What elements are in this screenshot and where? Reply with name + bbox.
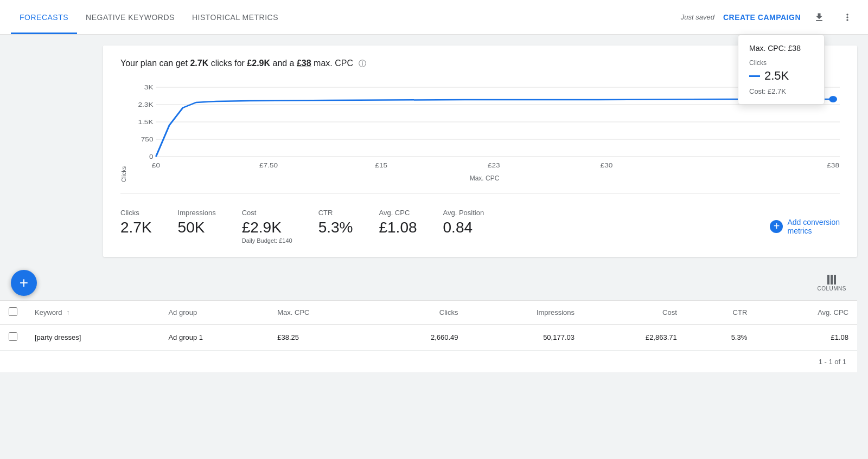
just-saved-label: Just saved: [681, 13, 714, 21]
download-icon[interactable]: [809, 8, 829, 27]
col-header-max-cpc[interactable]: Max. CPC: [269, 301, 373, 325]
col-header-checkbox: [0, 301, 26, 325]
metric-avg-cpc: Avg. CPC £1.08: [379, 209, 417, 236]
row-avg-cpc: £1.08: [756, 325, 857, 351]
add-icon: +: [20, 274, 28, 292]
metric-impressions-value: 50K: [178, 219, 216, 236]
chart-title-mid: clicks for: [208, 59, 247, 68]
col-header-clicks[interactable]: Clicks: [373, 301, 467, 325]
help-icon[interactable]: ⓘ: [359, 59, 366, 68]
row-keyword: [party dresses]: [26, 325, 159, 351]
chart-title-prefix: Your plan can get: [120, 59, 190, 68]
svg-text:£38: £38: [827, 162, 839, 169]
metric-clicks-value: 2.7K: [120, 219, 152, 236]
tooltip-title: Max. CPC: £38: [749, 44, 813, 53]
svg-text:2.3K: 2.3K: [138, 101, 154, 108]
tooltip-popup: Max. CPC: £38 Clicks 2.5K Cost: £2.7K: [738, 35, 825, 105]
svg-text:750: 750: [141, 136, 154, 143]
create-campaign-button[interactable]: CREATE CAMPAIGN: [723, 13, 801, 22]
y-axis-label: Clicks: [120, 82, 127, 182]
svg-text:£0: £0: [152, 162, 160, 169]
metric-avg-cpc-label: Avg. CPC: [379, 209, 417, 217]
metric-cost-label: Cost: [242, 209, 292, 217]
metric-impressions-label: Impressions: [178, 209, 216, 217]
metric-cost: Cost £2.9K Daily Budget: £140: [242, 209, 292, 244]
chart-wrapper: Clicks 3K 2.3K 1.5K 750 0 £0: [120, 82, 840, 182]
col-header-impressions[interactable]: Impressions: [467, 301, 583, 325]
pagination-row: 1 - 1 of 1: [0, 351, 857, 372]
col-header-ctr[interactable]: CTR: [686, 301, 756, 325]
chart-area: 3K 2.3K 1.5K 750 0 £0 £7.50 £15 £23 £30 …: [129, 82, 840, 182]
col-header-ad-group[interactable]: Ad group: [159, 301, 269, 325]
metric-avg-position-value: 0.84: [443, 219, 484, 236]
row-checkbox[interactable]: [9, 332, 17, 341]
col-header-cost[interactable]: Cost: [583, 301, 686, 325]
metric-clicks-label: Clicks: [120, 209, 152, 217]
table-row: [party dresses] Ad group 1 £38.25 2,660.…: [0, 325, 857, 351]
chart-title-suffix: max. CPC: [311, 59, 353, 68]
chart-title: Your plan can get 2.7K clicks for £2.9K …: [120, 59, 840, 69]
row-clicks: 2,660.49: [373, 325, 467, 351]
chart-max-cpc-value: £38: [297, 59, 311, 68]
add-conversion-label: Add conversionmetrics: [787, 218, 840, 235]
svg-point-16: [829, 96, 837, 102]
metric-impressions: Impressions 50K: [178, 209, 216, 236]
svg-text:£23: £23: [488, 162, 500, 169]
row-max-cpc: £38.25: [269, 325, 373, 351]
columns-button[interactable]: COLUMNS: [817, 275, 846, 292]
table-header-row: Keyword ↑ Ad group Max. CPC Clicks Impre…: [0, 301, 857, 325]
data-table: Keyword ↑ Ad group Max. CPC Clicks Impre…: [0, 300, 857, 351]
header-tabs: FORECASTS NEGATIVE KEYWORDS HISTORICAL M…: [0, 0, 868, 35]
tooltip-clicks-value: 2.5K: [764, 69, 789, 83]
metric-ctr-label: CTR: [318, 209, 353, 217]
tooltip-clicks-label: Clicks: [749, 59, 813, 67]
columns-icon: [827, 275, 836, 285]
svg-text:0: 0: [149, 153, 154, 160]
tabs-left: FORECASTS NEGATIVE KEYWORDS HISTORICAL M…: [11, 0, 681, 34]
metric-avg-position: Avg. Position 0.84: [443, 209, 484, 236]
metric-ctr: CTR 5.3%: [318, 209, 353, 236]
tabs-right: Just saved CREATE CAMPAIGN: [681, 8, 857, 27]
row-ctr: 5.3%: [686, 325, 756, 351]
svg-text:3K: 3K: [144, 84, 154, 90]
col-bar-2: [831, 275, 833, 285]
metric-ctr-value: 5.3%: [318, 219, 353, 236]
col-header-avg-cpc[interactable]: Avg. CPC: [756, 301, 857, 325]
add-button[interactable]: +: [11, 270, 37, 296]
svg-text:£15: £15: [375, 162, 387, 169]
sort-arrow-icon: ↑: [66, 309, 69, 316]
col-header-keyword[interactable]: Keyword ↑: [26, 301, 159, 325]
x-axis-label: Max. CPC: [129, 174, 840, 182]
add-conversion-button[interactable]: + Add conversionmetrics: [770, 218, 840, 235]
metric-clicks: Clicks 2.7K: [120, 209, 152, 236]
tooltip-value-row: 2.5K: [749, 69, 813, 83]
chart-clicks-value: 2.7K: [190, 59, 208, 68]
chart-cost-value: £2.9K: [247, 59, 270, 68]
row-impressions: 50,177.03: [467, 325, 583, 351]
chart-svg: 3K 2.3K 1.5K 750 0 £0 £7.50 £15 £23 £30 …: [129, 82, 840, 169]
row-cost: £2,863.71: [583, 325, 686, 351]
select-all-checkbox[interactable]: [9, 307, 17, 316]
metric-avg-position-label: Avg. Position: [443, 209, 484, 217]
tab-historical-metrics[interactable]: HISTORICAL METRICS: [183, 0, 287, 34]
bottom-section: + COLUMNS Keyword: [0, 266, 857, 372]
toolbar-row: + COLUMNS: [0, 266, 857, 300]
metrics-row: Clicks 2.7K Impressions 50K Cost £2.9K D…: [120, 204, 840, 244]
tab-negative-keywords[interactable]: NEGATIVE KEYWORDS: [77, 0, 183, 34]
tooltip-line-icon: [749, 75, 760, 77]
row-checkbox-cell: [0, 325, 26, 351]
metric-cost-value: £2.9K: [242, 219, 292, 236]
row-ad-group: Ad group 1: [159, 325, 269, 351]
metric-cost-sub: Daily Budget: £140: [242, 237, 292, 244]
col-bar-1: [827, 275, 829, 285]
metric-avg-cpc-value: £1.08: [379, 219, 417, 236]
svg-text:£7.50: £7.50: [259, 162, 278, 169]
plus-icon: +: [770, 220, 783, 233]
col-bar-3: [834, 275, 836, 285]
tab-forecasts[interactable]: FORECASTS: [11, 0, 77, 34]
more-options-icon[interactable]: [838, 8, 857, 27]
pagination-label: 1 - 1 of 1: [819, 358, 846, 366]
tooltip-cost: Cost: £2.7K: [749, 87, 813, 95]
columns-label: COLUMNS: [817, 286, 846, 292]
svg-text:£30: £30: [601, 162, 613, 169]
